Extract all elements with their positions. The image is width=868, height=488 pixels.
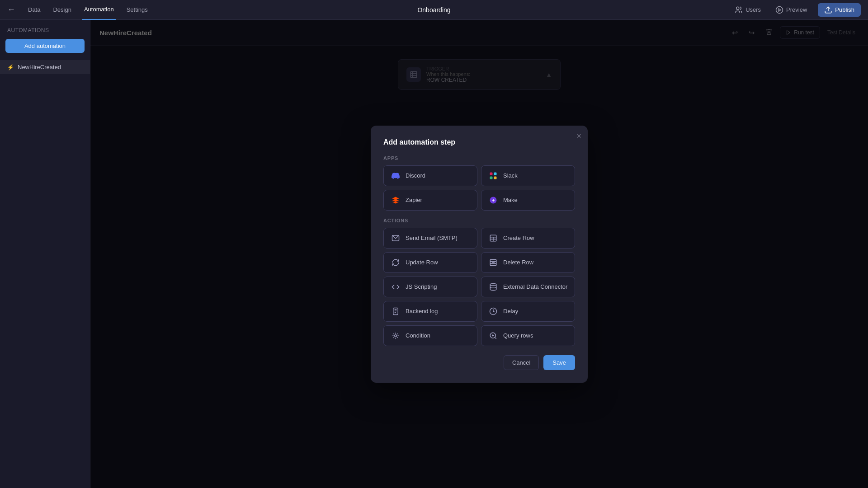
nav-data[interactable]: Data bbox=[26, 0, 42, 20]
action-backend-log[interactable]: Backend log bbox=[383, 301, 477, 322]
app-make[interactable]: Make bbox=[481, 190, 575, 211]
js-scripting-label: JS Scripting bbox=[406, 283, 437, 290]
action-condition[interactable]: Condition bbox=[383, 325, 477, 346]
backend-log-label: Backend log bbox=[406, 308, 438, 314]
slack-label: Slack bbox=[503, 172, 518, 179]
send-email-label: Send Email (SMTP) bbox=[406, 235, 458, 241]
update-row-icon bbox=[390, 257, 401, 268]
log-icon bbox=[390, 306, 401, 317]
preview-icon bbox=[775, 6, 783, 14]
sidebar-item-newhirecreated[interactable]: ⚡ NewHireCreated bbox=[0, 60, 90, 74]
query-icon bbox=[488, 330, 499, 341]
action-external-data[interactable]: External Data Connector bbox=[481, 277, 575, 297]
sidebar-item-label: NewHireCreated bbox=[18, 64, 61, 70]
condition-icon bbox=[390, 330, 401, 341]
code-icon bbox=[390, 282, 401, 292]
actions-grid: Send Email (SMTP) Create Row Update Row bbox=[383, 228, 575, 346]
email-icon bbox=[390, 233, 401, 244]
svg-rect-11 bbox=[490, 176, 493, 179]
modal-overlay: × Add automation step APPS Discord bbox=[90, 20, 868, 488]
nav-items: Data Design Automation Settings bbox=[26, 0, 150, 20]
app-title: Onboarding bbox=[417, 6, 450, 14]
svg-line-31 bbox=[495, 337, 496, 338]
delete-row-icon bbox=[488, 257, 499, 268]
external-data-label: External Data Connector bbox=[503, 283, 567, 290]
nav-left: ← Data Design Automation Settings bbox=[7, 0, 150, 20]
clock-icon bbox=[488, 306, 499, 317]
publish-icon bbox=[824, 6, 832, 14]
create-row-label: Create Row bbox=[503, 235, 534, 241]
action-update-row[interactable]: Update Row bbox=[383, 252, 477, 273]
app-zapier[interactable]: Zapier bbox=[383, 190, 477, 211]
zapier-icon bbox=[390, 195, 401, 206]
users-icon bbox=[735, 6, 743, 14]
app-slack[interactable]: Slack bbox=[481, 165, 575, 186]
modal-footer: Cancel Save bbox=[383, 355, 575, 370]
modal-close-button[interactable]: × bbox=[576, 132, 581, 140]
top-navigation: ← Data Design Automation Settings Onboar… bbox=[0, 0, 868, 20]
app-discord[interactable]: Discord bbox=[383, 165, 477, 186]
users-button[interactable]: Users bbox=[731, 4, 764, 16]
make-icon bbox=[488, 195, 499, 206]
content-area: NewHireCreated ↩ ↪ Run test Test Details bbox=[90, 20, 868, 488]
add-step-modal: × Add automation step APPS Discord bbox=[371, 126, 588, 383]
svg-rect-12 bbox=[494, 176, 497, 179]
preview-button[interactable]: Preview bbox=[772, 4, 811, 16]
nav-right: Users Preview Publish bbox=[731, 3, 861, 17]
action-send-email[interactable]: Send Email (SMTP) bbox=[383, 228, 477, 249]
slack-icon bbox=[488, 170, 499, 181]
discord-label: Discord bbox=[406, 172, 425, 179]
back-button[interactable]: ← bbox=[7, 5, 15, 14]
save-button[interactable]: Save bbox=[543, 355, 575, 370]
svg-point-1 bbox=[776, 6, 783, 13]
discord-icon bbox=[390, 170, 401, 181]
action-js-scripting[interactable]: JS Scripting bbox=[383, 277, 477, 297]
modal-title: Add automation step bbox=[383, 138, 575, 146]
publish-button[interactable]: Publish bbox=[818, 3, 861, 17]
actions-section-label: ACTIONS bbox=[383, 218, 575, 223]
nav-settings[interactable]: Settings bbox=[125, 0, 150, 20]
svg-rect-10 bbox=[494, 172, 497, 175]
sidebar: Automations Add automation ⚡ NewHireCrea… bbox=[0, 20, 90, 488]
main-layout: Automations Add automation ⚡ NewHireCrea… bbox=[0, 20, 868, 488]
zapier-label: Zapier bbox=[406, 197, 422, 203]
nav-automation[interactable]: Automation bbox=[82, 0, 116, 20]
action-delete-row[interactable]: Delete Row bbox=[481, 252, 575, 273]
publish-label: Publish bbox=[835, 6, 854, 13]
svg-point-29 bbox=[395, 334, 397, 337]
action-query-rows[interactable]: Query rows bbox=[481, 325, 575, 346]
action-delay[interactable]: Delay bbox=[481, 301, 575, 322]
cancel-button[interactable]: Cancel bbox=[504, 355, 539, 370]
apps-section-label: APPS bbox=[383, 155, 575, 161]
update-row-label: Update Row bbox=[406, 259, 438, 266]
sidebar-item-icon: ⚡ bbox=[7, 64, 14, 70]
svg-rect-9 bbox=[490, 172, 493, 175]
nav-design[interactable]: Design bbox=[51, 0, 73, 20]
delete-row-label: Delete Row bbox=[503, 259, 533, 266]
users-label: Users bbox=[745, 6, 761, 13]
sidebar-title: Automations bbox=[0, 27, 90, 39]
create-row-icon bbox=[488, 233, 499, 244]
query-rows-label: Query rows bbox=[503, 332, 533, 339]
svg-point-0 bbox=[736, 7, 739, 9]
action-create-row[interactable]: Create Row bbox=[481, 228, 575, 249]
delay-label: Delay bbox=[503, 308, 518, 314]
apps-grid: Discord Slack Zapier bbox=[383, 165, 575, 211]
svg-marker-2 bbox=[779, 9, 781, 11]
database-icon bbox=[488, 282, 499, 292]
preview-label: Preview bbox=[786, 6, 807, 13]
make-label: Make bbox=[503, 197, 518, 203]
condition-label: Condition bbox=[406, 332, 430, 339]
add-automation-button[interactable]: Add automation bbox=[5, 39, 85, 53]
svg-point-23 bbox=[490, 283, 496, 286]
